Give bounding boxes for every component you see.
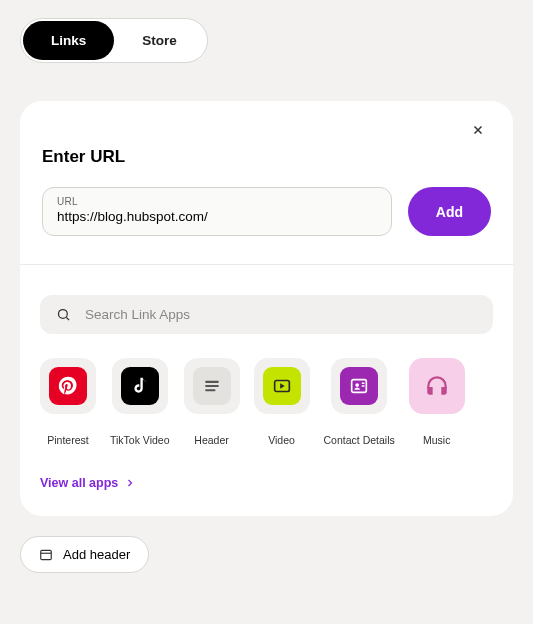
url-input[interactable] [57, 209, 377, 224]
search-icon [56, 307, 71, 322]
search-input[interactable] [85, 307, 477, 322]
svg-point-0 [59, 310, 68, 319]
app-video[interactable]: Video [254, 358, 310, 446]
svg-rect-4 [41, 550, 52, 559]
view-all-link[interactable]: View all apps [20, 446, 513, 516]
app-header[interactable]: Header [184, 358, 240, 446]
app-label: Header [184, 434, 240, 446]
apps-list: Pinterest TikTok Video Header Video Cont… [20, 334, 513, 446]
add-header-button[interactable]: Add header [20, 536, 149, 573]
close-icon [471, 123, 485, 137]
app-label: Video [254, 434, 310, 446]
app-label: Music [409, 434, 465, 446]
tab-links[interactable]: Links [23, 21, 114, 60]
app-label: Contact Details [324, 434, 395, 446]
close-button[interactable] [471, 123, 485, 141]
card-title: Enter URL [20, 101, 513, 167]
divider [20, 264, 513, 265]
url-input-wrapper[interactable]: URL [42, 187, 392, 236]
search-bar[interactable] [40, 295, 493, 334]
header-icon [202, 376, 222, 396]
tab-store[interactable]: Store [114, 21, 205, 60]
contact-icon [348, 375, 370, 397]
tabs-nav: Links Store [20, 18, 208, 63]
music-icon [424, 373, 450, 399]
tiktok-icon [130, 376, 150, 396]
url-card: Enter URL URL Add Pinterest TikTok Video [20, 101, 513, 516]
app-pinterest[interactable]: Pinterest [40, 358, 96, 446]
add-header-label: Add header [63, 547, 130, 562]
view-all-label: View all apps [40, 476, 118, 490]
app-label: Pinterest [40, 434, 96, 446]
header-outline-icon [39, 548, 53, 562]
app-music[interactable]: Music [409, 358, 465, 446]
app-contact[interactable]: Contact Details [324, 358, 395, 446]
pinterest-icon [57, 375, 79, 397]
svg-point-3 [355, 383, 359, 387]
chevron-right-icon [124, 477, 136, 489]
url-label: URL [57, 196, 377, 207]
app-tiktok[interactable]: TikTok Video [110, 358, 170, 446]
add-button[interactable]: Add [408, 187, 491, 236]
app-label: TikTok Video [110, 434, 170, 446]
video-icon [271, 375, 293, 397]
